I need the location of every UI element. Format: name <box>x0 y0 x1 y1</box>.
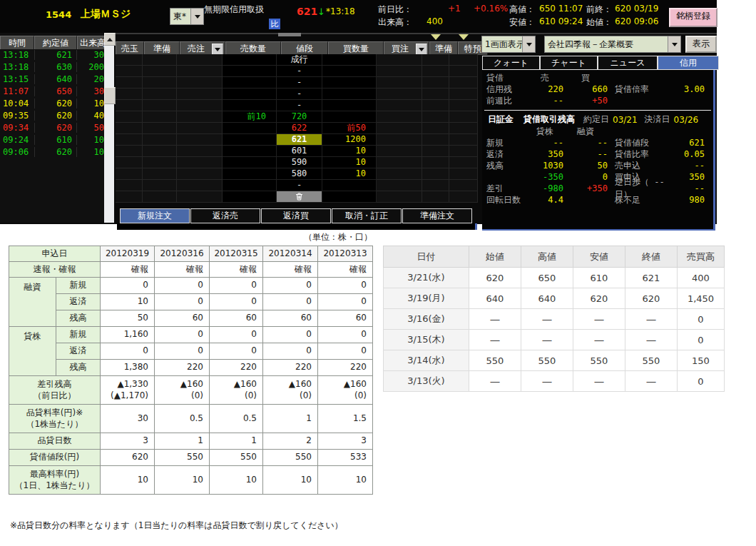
board-cell[interactable] <box>177 146 223 157</box>
order-tab-item[interactable]: 準備注文 <box>402 208 472 223</box>
board-sell-qty-cell[interactable] <box>223 180 277 191</box>
board-sell-qty-cell[interactable] <box>223 89 277 100</box>
order-tab-item[interactable]: 返済買 <box>261 208 331 223</box>
tape-col-header: 時間 <box>0 36 34 49</box>
order-tab-item[interactable]: 返済売 <box>190 208 260 223</box>
board-cell[interactable] <box>377 157 422 168</box>
board-buy-qty-cell[interactable]: 10 <box>322 168 377 180</box>
board-cell[interactable] <box>177 66 223 77</box>
credit-line: 新規----貸借値段621 <box>482 137 713 148</box>
board-cell[interactable] <box>377 146 422 157</box>
chevron-down-icon[interactable] <box>522 36 535 52</box>
board-cell[interactable] <box>377 89 422 100</box>
board-price-cell[interactable]: 成行 <box>277 54 322 66</box>
board-sell-qty-cell[interactable] <box>223 77 277 89</box>
board-buy-qty-cell[interactable]: 10 <box>322 146 377 157</box>
compare-badge[interactable]: 比 <box>269 19 280 29</box>
board-sell-qty-cell[interactable] <box>223 134 277 146</box>
board-cell[interactable] <box>177 100 223 111</box>
order-tab-selected[interactable]: 新規注文 <box>120 208 190 223</box>
board-buy-qty-cell[interactable] <box>322 66 377 77</box>
board-cell[interactable] <box>177 191 223 203</box>
splitter-handle[interactable] <box>278 33 301 36</box>
board-sell-qty-cell[interactable] <box>223 54 277 66</box>
board-cell[interactable] <box>177 157 223 168</box>
board-cell[interactable] <box>377 100 422 111</box>
board-price-cell[interactable]: 621 <box>277 134 322 146</box>
board-buy-qty-cell[interactable] <box>322 111 377 123</box>
board-price-cell[interactable]: - <box>277 100 322 111</box>
report-select[interactable]: 会社四季報－企業概要 <box>544 36 681 53</box>
board-cell[interactable] <box>177 77 223 89</box>
board-cell[interactable] <box>177 134 223 146</box>
board-cell[interactable] <box>177 168 223 180</box>
board-cell[interactable] <box>177 54 223 66</box>
value-cell: 0 <box>210 278 263 294</box>
board-price-cell[interactable]: - <box>277 89 322 100</box>
show-button[interactable]: 表示 <box>685 36 717 53</box>
info-tab-selected[interactable]: 信用 <box>658 56 719 70</box>
board-price-cell[interactable]: 580 <box>277 168 322 180</box>
board-cell[interactable] <box>377 77 422 89</box>
credit-line-cell: 0.05 <box>683 149 713 159</box>
scroll-up-icon[interactable] <box>104 33 116 46</box>
info-tab-item[interactable]: ニュース <box>598 56 658 70</box>
board-price-cell[interactable]: - <box>277 66 322 77</box>
info-tab-item[interactable]: クォート <box>482 56 540 70</box>
board-sell-qty-cell[interactable] <box>223 157 277 168</box>
date-column-header: 20120313 <box>318 246 373 262</box>
board-price-cell[interactable]: - <box>277 77 322 89</box>
summary-label: 品貸料率(円)※（1株当たり） <box>9 405 101 433</box>
board-buy-qty-cell[interactable] <box>322 77 377 89</box>
tape-scrollbar[interactable] <box>104 33 114 223</box>
board-price-cell[interactable]: 720 <box>277 111 322 123</box>
board-price-cell[interactable]: 622 <box>277 123 322 134</box>
board-cell[interactable] <box>377 54 422 66</box>
chevron-down-icon[interactable] <box>668 36 680 52</box>
board-buy-qty-cell[interactable] <box>322 89 377 100</box>
exchange-select[interactable]: 東* <box>170 8 204 25</box>
board-price-cell[interactable]: - <box>277 180 322 191</box>
board-sell-qty-cell[interactable] <box>223 123 277 134</box>
board-cell[interactable] <box>377 191 422 203</box>
board-buy-qty-cell[interactable]: 10 <box>322 157 377 168</box>
board-cell[interactable] <box>377 111 422 123</box>
board-buy-qty-cell[interactable] <box>322 100 377 111</box>
column-filter-icon[interactable] <box>416 44 427 55</box>
board-sell-qty-cell[interactable] <box>223 100 277 111</box>
board-sell-qty-cell[interactable] <box>223 146 277 157</box>
view-mode-select[interactable]: 1画面表示 <box>481 36 536 53</box>
board-cell[interactable] <box>377 66 422 77</box>
board-buy-qty-cell[interactable] <box>322 191 377 203</box>
board-cell[interactable] <box>377 134 422 146</box>
board-sell-qty-cell[interactable] <box>223 66 277 77</box>
topbar: 1544 上場ＭＳジ 東* 無期限信用取扱 比 621 ↓ *13:18 前日比… <box>0 0 717 33</box>
board-sell-qty-cell[interactable]: 前10 <box>223 111 277 123</box>
scrollbar-thumb[interactable] <box>104 87 116 104</box>
date-cell: 3/16(金) <box>384 309 469 330</box>
credit-line-cell: 350 <box>683 172 713 182</box>
info-tab-item[interactable]: チャート <box>540 56 598 70</box>
board-sell-qty-cell[interactable] <box>223 168 277 180</box>
register-symbol-button[interactable]: 銘柄登録 <box>669 8 717 27</box>
board-buy-qty-cell[interactable]: 前50 <box>322 123 377 134</box>
low-label: 安値： <box>509 16 535 29</box>
column-filter-icon[interactable] <box>212 44 223 55</box>
board-price-cell[interactable]: 601 <box>277 146 322 157</box>
board-cell[interactable] <box>177 180 223 191</box>
board-cell[interactable] <box>177 111 223 123</box>
board-buy-qty-cell[interactable]: 1200 <box>322 134 377 146</box>
board-cell[interactable] <box>377 168 422 180</box>
board-buy-qty-cell[interactable] <box>322 180 377 191</box>
board-buy-qty-cell[interactable] <box>322 54 377 66</box>
board-cell[interactable] <box>177 123 223 134</box>
board-sell-qty-cell[interactable] <box>223 191 277 203</box>
chevron-down-icon[interactable] <box>190 9 203 24</box>
board-cell[interactable] <box>377 123 422 134</box>
trash-icon[interactable] <box>277 191 322 203</box>
board-price-cell[interactable]: 590 <box>277 157 322 168</box>
board-cell[interactable] <box>377 180 422 191</box>
board-cell[interactable] <box>177 89 223 100</box>
order-tab-item[interactable]: 取消・訂正 <box>332 208 402 223</box>
tape-row: 13:1862130 <box>0 49 108 61</box>
